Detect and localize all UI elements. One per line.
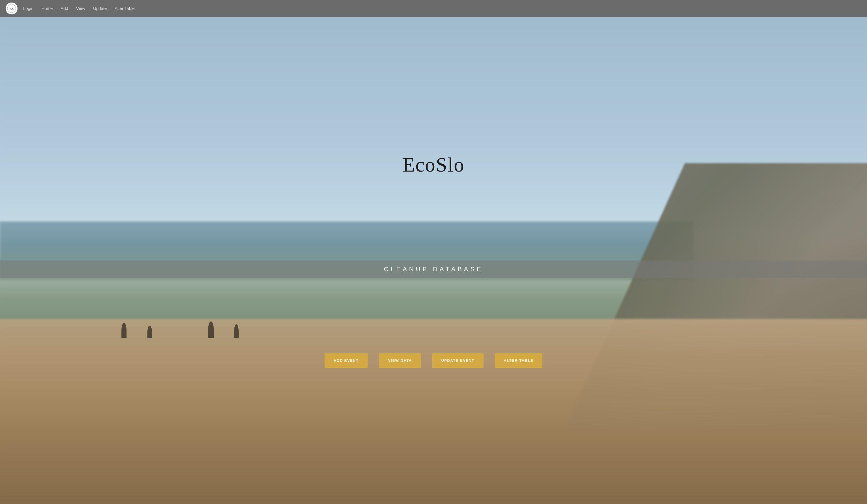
view-data-button[interactable]: VIEW DATA <box>379 353 421 368</box>
person-silhouette-1 <box>121 323 127 338</box>
navbar-links: Login Home Add View Update Alter Table <box>23 6 135 11</box>
nav-item-home[interactable]: Home <box>42 6 53 11</box>
nav-link-login[interactable]: Login <box>23 6 34 11</box>
nav-item-login[interactable]: Login <box>23 6 34 11</box>
navbar: ES Login Home Add View Update Alter Tabl… <box>0 0 867 17</box>
update-event-button[interactable]: UPDATE EVENT <box>432 353 483 368</box>
nav-item-alter-table[interactable]: Alter Table <box>115 6 135 11</box>
nav-item-add[interactable]: Add <box>61 6 68 11</box>
person-silhouette-3 <box>208 321 214 338</box>
person-silhouette-4 <box>234 324 239 338</box>
alter-table-button[interactable]: ALTER TABLE <box>495 353 543 368</box>
hero-section: EcoSlo CLEANUP DATABASE ADD EVENT VIEW D… <box>0 17 867 504</box>
person-silhouette-2 <box>147 326 152 338</box>
nav-item-view[interactable]: View <box>76 6 85 11</box>
nav-link-update[interactable]: Update <box>93 6 107 11</box>
hero-buttons: ADD EVENT VIEW DATA UPDATE EVENT ALTER T… <box>324 353 542 368</box>
nav-link-alter-table[interactable]: Alter Table <box>115 6 135 11</box>
navbar-logo[interactable]: ES <box>6 2 18 14</box>
nav-link-add[interactable]: Add <box>61 6 68 11</box>
hero-subtitle: CLEANUP DATABASE <box>384 265 483 273</box>
add-event-button[interactable]: ADD EVENT <box>324 353 368 368</box>
svg-text:ES: ES <box>9 7 13 11</box>
hero-subtitle-banner: CLEANUP DATABASE <box>0 261 867 278</box>
nav-link-view[interactable]: View <box>76 6 85 11</box>
hero-logo-text: EcoSlo <box>403 153 464 177</box>
nav-link-home[interactable]: Home <box>42 6 53 11</box>
nav-item-update[interactable]: Update <box>93 6 107 11</box>
